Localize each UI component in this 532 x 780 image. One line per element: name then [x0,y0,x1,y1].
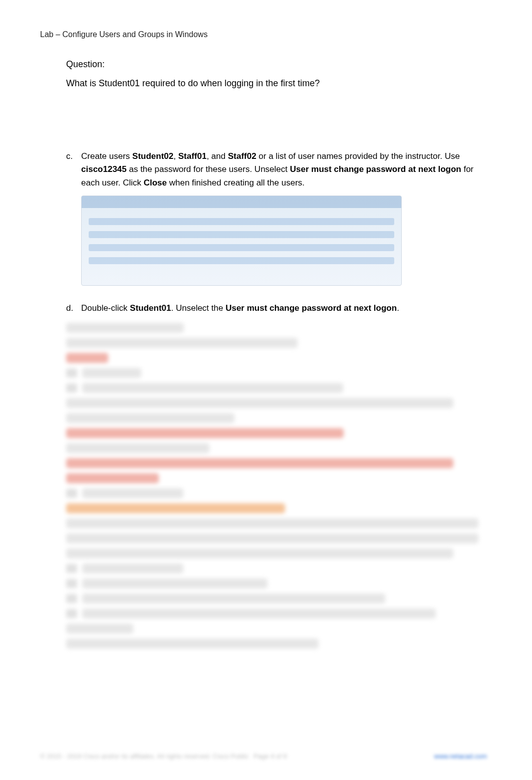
plain-text: . [397,303,399,313]
placeholder-row [89,231,394,238]
plain-text: Double-click [81,303,130,313]
obscured-step-letter [66,564,77,573]
step-d: d. Double-click Student01. Unselect the … [66,302,487,315]
obscured-step-letter [66,489,77,498]
plain-text: as the password for these users. Unselec… [127,164,290,174]
obscured-line [82,609,436,619]
bold-text: cisco12345 [81,164,127,174]
plain-text: or a list of user names provided by the … [256,151,460,161]
obscured-line [66,413,234,423]
question-text: What is Student01 required to do when lo… [66,77,487,90]
step-list: c. Create users Student02, Staff01, and … [66,150,487,315]
obscured-line [82,488,183,498]
bold-text: Student02 [132,151,173,161]
bold-text: Staff02 [228,151,256,161]
question-block: Question: What is Student01 required to … [66,59,487,90]
obscured-line [66,624,133,634]
obscured-line [82,594,385,604]
bold-text: User must change password at next logon [290,164,461,174]
obscured-line [82,383,343,393]
main-content: Question: What is Student01 required to … [66,59,487,649]
obscured-content [66,323,487,649]
page-header: Lab – Configure Users and Groups in Wind… [40,30,487,39]
placeholder-titlebar [82,196,401,208]
bold-text: User must change password at next logon [225,303,397,313]
plain-text: , and [206,151,228,161]
step-letter: d. [66,302,81,315]
lab-title: Lab – Configure Users and Groups in Wind… [40,30,207,39]
step-c: c. Create users Student02, Staff01, and … [66,150,487,297]
obscured-step-letter [66,594,77,603]
obscured-step [66,563,487,573]
document-page: Lab – Configure Users and Groups in Wind… [0,0,532,780]
obscured-step [66,578,487,589]
page-footer: © 2015 - 2019 Cisco and/or its affiliate… [40,752,487,760]
obscured-step-letter [66,609,77,618]
obscured-line [66,323,184,333]
placeholder-row [89,218,394,225]
bold-text: Staff01 [178,151,207,161]
step-body: Double-click Student01. Unselect the Use… [81,302,487,315]
obscured-line [66,443,209,453]
step-d-text: Double-click Student01. Unselect the Use… [81,303,399,313]
obscured-line [66,548,453,558]
obscured-step-letter [66,368,77,377]
obscured-line [82,368,141,378]
obscured-line [66,533,478,543]
step-body: Create users Student02, Staff01, and Sta… [81,150,487,297]
step-c-text: Create users Student02, Staff01, and Sta… [81,151,473,187]
obscured-line [66,338,298,348]
obscured-line [66,518,478,528]
step-letter: c. [66,150,81,297]
obscured-step [66,368,487,378]
obscured-step [66,383,487,393]
obscured-line [66,398,453,408]
obscured-line [82,563,183,573]
bold-text: Student01 [130,303,171,313]
plain-text: . Unselect the [171,303,226,313]
placeholder-row [89,257,394,264]
obscured-step [66,594,487,604]
obscured-line [82,578,268,589]
obscured-line [66,639,319,649]
plain-text: when finished creating all the users. [167,178,305,187]
obscured-line [66,353,108,363]
obscured-line [66,458,453,468]
obscured-step-letter [66,383,77,393]
obscured-line [66,428,344,438]
footer-link[interactable]: www.netacad.com [434,752,487,760]
placeholder-row [89,244,394,251]
footer-copyright: © 2015 - 2019 Cisco and/or its affiliate… [40,752,248,760]
plain-text: Create users [81,151,132,161]
footer-page-number: Page 4 of 9 [253,752,287,760]
question-label: Question: [66,59,487,70]
obscured-step-letter [66,579,77,588]
screenshot-placeholder [81,196,402,286]
obscured-heading [66,503,285,513]
footer-link-wrap: www.netacad.com [434,752,487,760]
obscured-step [66,488,487,498]
bold-text: Close [144,178,167,187]
obscured-step [66,609,487,619]
plain-text: , [173,151,178,161]
obscured-line [66,473,159,483]
